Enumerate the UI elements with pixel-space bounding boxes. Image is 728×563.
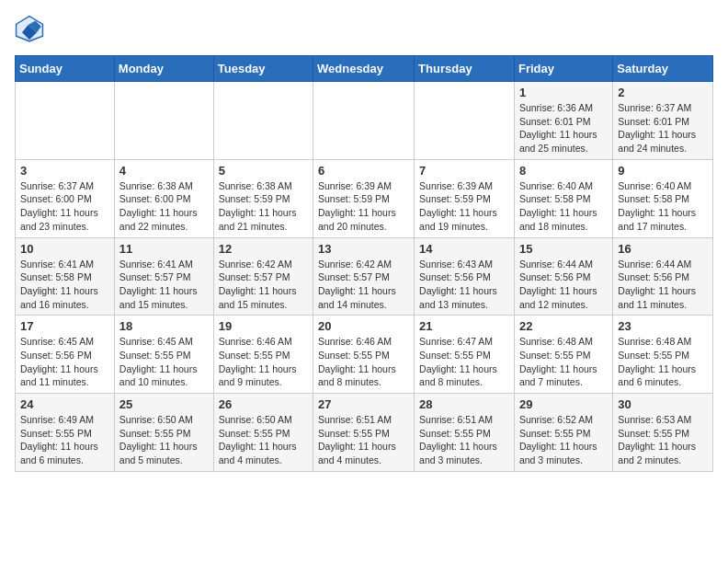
calendar-day-cell: 28Sunrise: 6:51 AM Sunset: 5:55 PM Dayli… bbox=[415, 394, 515, 472]
calendar-day-cell: 6Sunrise: 6:39 AM Sunset: 5:59 PM Daylig… bbox=[313, 159, 415, 237]
calendar-week-row: 10Sunrise: 6:41 AM Sunset: 5:58 PM Dayli… bbox=[16, 237, 713, 316]
calendar-day-cell: 29Sunrise: 6:52 AM Sunset: 5:55 PM Dayli… bbox=[514, 394, 612, 472]
day-info: Sunrise: 6:48 AM Sunset: 5:55 PM Dayligh… bbox=[519, 335, 608, 389]
day-info: Sunrise: 6:50 AM Sunset: 5:55 PM Dayligh… bbox=[219, 413, 308, 467]
day-info: Sunrise: 6:42 AM Sunset: 5:57 PM Dayligh… bbox=[318, 258, 409, 312]
calendar-week-row: 17Sunrise: 6:45 AM Sunset: 5:56 PM Dayli… bbox=[16, 316, 713, 394]
day-header-friday: Friday bbox=[514, 56, 612, 82]
day-header-tuesday: Tuesday bbox=[213, 56, 313, 82]
calendar-day-cell: 17Sunrise: 6:45 AM Sunset: 5:56 PM Dayli… bbox=[16, 316, 115, 394]
calendar-day-cell: 3Sunrise: 6:37 AM Sunset: 6:00 PM Daylig… bbox=[16, 159, 115, 237]
day-info: Sunrise: 6:48 AM Sunset: 5:55 PM Dayligh… bbox=[618, 335, 708, 389]
calendar-day-cell: 8Sunrise: 6:40 AM Sunset: 5:58 PM Daylig… bbox=[514, 159, 612, 237]
calendar-day-cell: 12Sunrise: 6:42 AM Sunset: 5:57 PM Dayli… bbox=[213, 237, 313, 316]
calendar-day-cell: 26Sunrise: 6:50 AM Sunset: 5:55 PM Dayli… bbox=[213, 394, 313, 472]
day-number: 27 bbox=[318, 397, 409, 411]
calendar-day-cell bbox=[114, 82, 213, 160]
calendar-day-cell: 11Sunrise: 6:41 AM Sunset: 5:57 PM Dayli… bbox=[114, 237, 213, 316]
calendar-week-row: 24Sunrise: 6:49 AM Sunset: 5:55 PM Dayli… bbox=[16, 394, 713, 472]
day-number: 29 bbox=[519, 397, 608, 411]
calendar-day-cell: 23Sunrise: 6:48 AM Sunset: 5:55 PM Dayli… bbox=[613, 316, 713, 394]
calendar-day-cell: 21Sunrise: 6:47 AM Sunset: 5:55 PM Dayli… bbox=[415, 316, 515, 394]
calendar-day-cell: 4Sunrise: 6:38 AM Sunset: 6:00 PM Daylig… bbox=[114, 159, 213, 237]
day-info: Sunrise: 6:38 AM Sunset: 5:59 PM Dayligh… bbox=[219, 179, 308, 234]
day-number: 8 bbox=[519, 164, 608, 178]
day-info: Sunrise: 6:51 AM Sunset: 5:55 PM Dayligh… bbox=[318, 413, 409, 467]
day-number: 6 bbox=[318, 164, 409, 178]
day-number: 3 bbox=[20, 164, 109, 178]
day-number: 26 bbox=[219, 397, 308, 411]
day-info: Sunrise: 6:45 AM Sunset: 5:56 PM Dayligh… bbox=[20, 335, 109, 389]
day-info: Sunrise: 6:40 AM Sunset: 5:58 PM Dayligh… bbox=[519, 179, 608, 234]
day-number: 11 bbox=[119, 242, 209, 256]
day-info: Sunrise: 6:38 AM Sunset: 6:00 PM Dayligh… bbox=[119, 179, 209, 234]
day-info: Sunrise: 6:40 AM Sunset: 5:58 PM Dayligh… bbox=[618, 179, 708, 234]
day-number: 4 bbox=[119, 164, 209, 178]
day-info: Sunrise: 6:51 AM Sunset: 5:55 PM Dayligh… bbox=[419, 413, 509, 467]
day-number: 16 bbox=[618, 242, 708, 256]
day-number: 5 bbox=[219, 164, 308, 178]
calendar-header-row: SundayMondayTuesdayWednesdayThursdayFrid… bbox=[16, 56, 713, 82]
day-number: 17 bbox=[20, 319, 109, 333]
day-info: Sunrise: 6:53 AM Sunset: 5:55 PM Dayligh… bbox=[618, 413, 708, 467]
calendar-day-cell bbox=[16, 82, 115, 160]
day-number: 7 bbox=[419, 164, 509, 178]
day-info: Sunrise: 6:52 AM Sunset: 5:55 PM Dayligh… bbox=[519, 413, 608, 467]
calendar-day-cell: 16Sunrise: 6:44 AM Sunset: 5:56 PM Dayli… bbox=[613, 237, 713, 316]
calendar-day-cell: 1Sunrise: 6:36 AM Sunset: 6:01 PM Daylig… bbox=[514, 82, 612, 160]
day-info: Sunrise: 6:47 AM Sunset: 5:55 PM Dayligh… bbox=[419, 335, 509, 389]
day-info: Sunrise: 6:39 AM Sunset: 5:59 PM Dayligh… bbox=[318, 179, 409, 234]
calendar-day-cell bbox=[415, 82, 515, 160]
day-number: 28 bbox=[419, 397, 509, 411]
day-number: 23 bbox=[618, 319, 708, 333]
day-number: 9 bbox=[618, 164, 708, 178]
day-number: 19 bbox=[219, 319, 308, 333]
day-info: Sunrise: 6:45 AM Sunset: 5:55 PM Dayligh… bbox=[119, 335, 209, 389]
day-info: Sunrise: 6:36 AM Sunset: 6:01 PM Dayligh… bbox=[519, 101, 608, 155]
page-header bbox=[15, 15, 713, 44]
day-number: 15 bbox=[519, 242, 608, 256]
day-number: 24 bbox=[20, 397, 109, 411]
day-number: 30 bbox=[618, 397, 708, 411]
day-number: 18 bbox=[119, 319, 209, 333]
calendar-week-row: 3Sunrise: 6:37 AM Sunset: 6:00 PM Daylig… bbox=[16, 159, 713, 237]
calendar-day-cell: 27Sunrise: 6:51 AM Sunset: 5:55 PM Dayli… bbox=[313, 394, 415, 472]
day-info: Sunrise: 6:37 AM Sunset: 6:01 PM Dayligh… bbox=[618, 101, 708, 155]
day-info: Sunrise: 6:41 AM Sunset: 5:58 PM Dayligh… bbox=[20, 258, 109, 312]
day-info: Sunrise: 6:41 AM Sunset: 5:57 PM Dayligh… bbox=[119, 258, 209, 312]
calendar-day-cell bbox=[313, 82, 415, 160]
day-info: Sunrise: 6:44 AM Sunset: 5:56 PM Dayligh… bbox=[519, 258, 608, 312]
calendar-day-cell: 14Sunrise: 6:43 AM Sunset: 5:56 PM Dayli… bbox=[415, 237, 515, 316]
day-number: 25 bbox=[119, 397, 209, 411]
day-info: Sunrise: 6:39 AM Sunset: 5:59 PM Dayligh… bbox=[419, 179, 509, 234]
calendar-day-cell: 24Sunrise: 6:49 AM Sunset: 5:55 PM Dayli… bbox=[16, 394, 115, 472]
calendar-table: SundayMondayTuesdayWednesdayThursdayFrid… bbox=[15, 55, 713, 472]
day-header-sunday: Sunday bbox=[16, 56, 115, 82]
calendar-day-cell: 9Sunrise: 6:40 AM Sunset: 5:58 PM Daylig… bbox=[613, 159, 713, 237]
day-info: Sunrise: 6:37 AM Sunset: 6:00 PM Dayligh… bbox=[20, 179, 109, 234]
calendar-day-cell: 20Sunrise: 6:46 AM Sunset: 5:55 PM Dayli… bbox=[313, 316, 415, 394]
day-number: 1 bbox=[519, 86, 608, 99]
calendar-day-cell: 18Sunrise: 6:45 AM Sunset: 5:55 PM Dayli… bbox=[114, 316, 213, 394]
day-info: Sunrise: 6:46 AM Sunset: 5:55 PM Dayligh… bbox=[318, 335, 409, 389]
day-info: Sunrise: 6:49 AM Sunset: 5:55 PM Dayligh… bbox=[20, 413, 109, 467]
calendar-week-row: 1Sunrise: 6:36 AM Sunset: 6:01 PM Daylig… bbox=[16, 82, 713, 160]
calendar-day-cell: 15Sunrise: 6:44 AM Sunset: 5:56 PM Dayli… bbox=[514, 237, 612, 316]
day-info: Sunrise: 6:43 AM Sunset: 5:56 PM Dayligh… bbox=[419, 258, 509, 312]
calendar-day-cell: 22Sunrise: 6:48 AM Sunset: 5:55 PM Dayli… bbox=[514, 316, 612, 394]
day-number: 20 bbox=[318, 319, 409, 333]
day-info: Sunrise: 6:46 AM Sunset: 5:55 PM Dayligh… bbox=[219, 335, 308, 389]
day-number: 22 bbox=[519, 319, 608, 333]
calendar-day-cell: 10Sunrise: 6:41 AM Sunset: 5:58 PM Dayli… bbox=[16, 237, 115, 316]
calendar-day-cell: 19Sunrise: 6:46 AM Sunset: 5:55 PM Dayli… bbox=[213, 316, 313, 394]
day-number: 12 bbox=[219, 242, 308, 256]
day-header-saturday: Saturday bbox=[613, 56, 713, 82]
calendar-day-cell: 7Sunrise: 6:39 AM Sunset: 5:59 PM Daylig… bbox=[415, 159, 515, 237]
day-number: 21 bbox=[419, 319, 509, 333]
calendar-day-cell bbox=[213, 82, 313, 160]
logo bbox=[15, 15, 50, 44]
day-number: 2 bbox=[618, 86, 708, 99]
calendar-day-cell: 13Sunrise: 6:42 AM Sunset: 5:57 PM Dayli… bbox=[313, 237, 415, 316]
day-info: Sunrise: 6:44 AM Sunset: 5:56 PM Dayligh… bbox=[618, 258, 708, 312]
day-number: 14 bbox=[419, 242, 509, 256]
